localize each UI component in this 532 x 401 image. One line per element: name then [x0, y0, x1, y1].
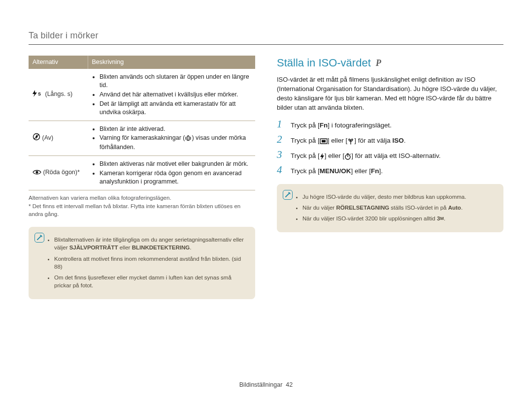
- note-box: Blixtalternativen är inte tillgängliga o…: [29, 227, 255, 299]
- step-4: 4 Tryck på [MENU/OK] eller [Fn].: [277, 165, 503, 176]
- step-3: 3 Tryck på [] eller [] för att välja ett…: [277, 150, 503, 161]
- page-footer: Bildinställningar 42: [0, 381, 532, 389]
- svg-rect-5: [322, 140, 326, 142]
- red-eye-icon: [33, 169, 41, 178]
- svg-point-3: [36, 171, 38, 174]
- flash-icon: [320, 153, 325, 160]
- col-header-beskrivning: Beskrivning: [88, 56, 255, 69]
- display-icon: [320, 138, 328, 145]
- step-2: 2 Tryck på [] eller [] för att välja ISO…: [277, 134, 503, 146]
- note-box: Ju högre ISO-värde du väljer, desto mer …: [277, 184, 503, 232]
- footer-page-number: 42: [286, 381, 293, 388]
- note-icon: [34, 233, 44, 243]
- intro-text: ISO-värdet är ett mått på filmens ljuskä…: [277, 75, 503, 112]
- mode-badge: P: [376, 57, 381, 69]
- note-item: När du väljer RÖRELSETAGNING ställs ISO-…: [302, 204, 496, 212]
- section-heading: Ställa in ISO-värdet P: [277, 56, 503, 70]
- row-desc-item: Blixten aktiveras när motivet eller bakg…: [100, 160, 252, 168]
- flash-slow-icon: S: [33, 90, 43, 99]
- col-header-alternativ: Alternativ: [29, 56, 88, 69]
- footer-section: Bildinställningar: [239, 381, 283, 388]
- table-row: (Av) Blixten är inte aktiverad. Varning …: [29, 121, 255, 156]
- step-1: 1 Tryck på [Fn] i fotograferingsläget.: [277, 119, 503, 130]
- svg-line-9: [350, 154, 351, 154]
- row-desc-item: Blixten används och slutaren är öppen un…: [100, 73, 252, 90]
- right-column: Ställa in ISO-värdet P ISO-värdet är ett…: [277, 56, 503, 299]
- row-label: (Röda ögon)*: [43, 169, 79, 176]
- page-title: Ta bilder i mörker: [29, 30, 503, 45]
- row-desc-item: Använd det här alternativet i kvällsljus…: [100, 91, 252, 99]
- step-number: 1: [277, 119, 285, 129]
- table-row: (Röda ögon)* Blixten aktiveras när motiv…: [29, 156, 255, 190]
- table-row: S (Långs. s) Blixten används och slutare…: [29, 69, 255, 121]
- svg-text:S: S: [38, 92, 41, 96]
- row-desc-item: Varning för kameraskakningar () visas un…: [100, 134, 252, 152]
- step-number: 2: [277, 134, 285, 145]
- options-table: Alternativ Beskrivning S (Långs. s) B: [29, 56, 255, 190]
- footnote: * Det finns ett intervall mellan två bli…: [29, 203, 255, 218]
- row-desc-item: Det är lämpligt att använda ett kamerast…: [100, 100, 252, 117]
- note-icon: [283, 190, 293, 200]
- macro-icon: [347, 138, 354, 145]
- footnote: Alternativen kan variera mellan olika fo…: [29, 194, 255, 202]
- left-column: Alternativ Beskrivning S (Långs. s) B: [29, 56, 255, 299]
- row-label: (Långs. s): [45, 91, 72, 97]
- footnotes: Alternativen kan variera mellan olika fo…: [29, 194, 255, 218]
- step-number: 4: [277, 165, 285, 175]
- heading-text: Ställa in ISO-värdet: [277, 56, 371, 70]
- note-item: När du väljer ISO-värdet 3200 blir upplö…: [302, 215, 496, 222]
- note-item: Ju högre ISO-värde du väljer, desto mer …: [302, 193, 496, 201]
- step-number: 3: [277, 150, 285, 160]
- flash-off-icon: [33, 133, 40, 143]
- note-item: Om det finns ljusreflexer eller mycket d…: [54, 274, 247, 289]
- row-desc-item: Kameran korrigerar röda ögon genom en av…: [100, 169, 252, 186]
- note-item: Blixtalternativen är inte tillgängliga o…: [54, 236, 247, 251]
- note-item: Kontrollera att motivet finns inom rekom…: [54, 255, 247, 271]
- shake-warning-icon: [185, 135, 192, 143]
- row-label: (Av): [42, 134, 53, 141]
- row-desc-item: Blixten är inte aktiverad.: [100, 125, 252, 133]
- timer-icon: [344, 153, 351, 160]
